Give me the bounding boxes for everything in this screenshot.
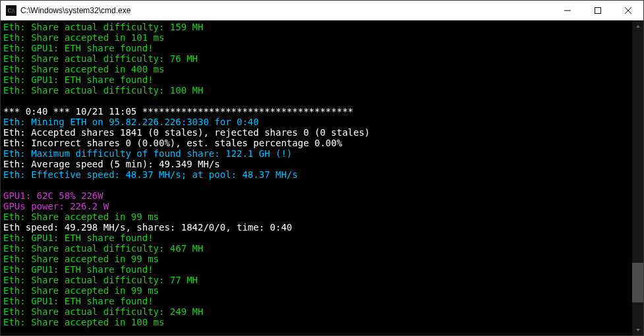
console-line: Eth: Mining ETH on 95.82.226.226:3030 fo… (3, 117, 629, 127)
console-line: *** 0:40 *** 10/21 11:05 ***************… (3, 106, 629, 117)
titlebar[interactable]: C:\ C:\Windows\system32\cmd.exe (1, 1, 643, 20)
console-line: Eth: Accepted shares 1841 (0 stales), re… (3, 127, 629, 138)
vertical-scrollbar[interactable] (632, 20, 643, 335)
maximize-button[interactable] (583, 1, 613, 20)
console-line: Eth: Incorrect shares 0 (0.00%), est. st… (3, 138, 629, 148)
minimize-button[interactable] (552, 1, 583, 20)
console-line: Eth: Share accepted in 99 ms (3, 285, 629, 296)
console-line: Eth: Maximum difficulty of found share: … (3, 148, 629, 159)
window-title: C:\Windows\system32\cmd.exe (20, 6, 552, 15)
cmd-window: C:\ C:\Windows\system32\cmd.exe Eth: Sha… (0, 0, 644, 336)
console-line: GPU1: 62C 58% 226W (3, 190, 629, 201)
console-line: Eth: Share actual difficulty: 100 MH (3, 85, 629, 96)
close-button[interactable] (613, 1, 643, 20)
console-line: Eth: Average speed (5 min): 49.349 MH/s (3, 159, 629, 169)
console-line: Eth: Share actual difficulty: 467 MH (3, 243, 629, 254)
scroll-down-arrow[interactable] (632, 324, 643, 335)
console-line: Eth: Share accepted in 100 ms (3, 317, 629, 327)
console-line: Eth: Share accepted in 101 ms (3, 32, 629, 43)
svg-marker-7 (636, 25, 640, 28)
console-line: Eth: GPU1: ETH share found! (3, 233, 629, 243)
console-output[interactable]: Eth: Share actual difficulty: 159 MHEth:… (1, 20, 632, 335)
console-line: Eth: Share actual difficulty: 77 MH (3, 275, 629, 285)
console-line: Eth: Effective speed: 48.37 MH/s; at poo… (3, 169, 629, 180)
console-line (3, 96, 629, 106)
console-line: Eth speed: 49.298 MH/s, shares: 1842/0/0… (3, 222, 629, 233)
console-line: Eth: GPU1: ETH share found! (3, 74, 629, 85)
console-line: Eth: Share actual difficulty: 76 MH (3, 53, 629, 64)
console-area: Eth: Share actual difficulty: 159 MHEth:… (1, 20, 643, 335)
console-line: Eth: Share accepted in 99 ms (3, 211, 629, 222)
svg-text:C:\: C:\ (8, 8, 15, 14)
console-line: Eth: Share accepted in 400 ms (3, 64, 629, 74)
console-line: Eth: Share actual difficulty: 249 MH (3, 306, 629, 317)
console-line: Eth: GPU1: ETH share found! (3, 43, 629, 53)
svg-rect-4 (595, 7, 601, 13)
console-line (3, 180, 629, 190)
svg-marker-8 (636, 329, 640, 331)
scroll-thumb[interactable] (632, 263, 643, 302)
scroll-up-arrow[interactable] (632, 20, 643, 32)
console-line: GPUs power: 226.2 W (3, 201, 629, 211)
console-line: Eth: GPU1: ETH share found! (3, 296, 629, 306)
console-line: Eth: Share accepted in 99 ms (3, 254, 629, 264)
cmd-icon: C:\ (6, 5, 16, 16)
window-controls (552, 1, 643, 20)
console-line: Eth: GPU1: ETH share found! (3, 264, 629, 275)
console-line: Eth: Share actual difficulty: 159 MH (3, 22, 629, 32)
